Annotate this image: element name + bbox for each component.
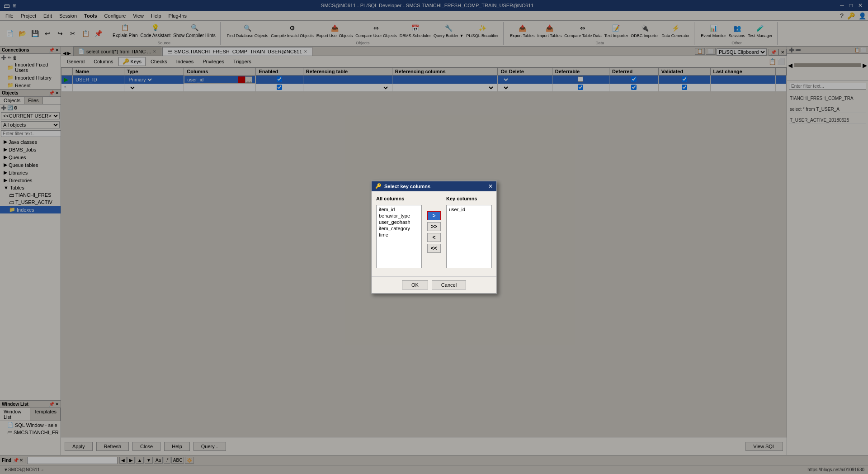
- key-columns-list[interactable]: user_id: [446, 205, 492, 268]
- list-item-item-category[interactable]: item_category: [377, 225, 420, 232]
- list-item-item-id[interactable]: item_id: [377, 206, 420, 213]
- key-columns-label: Key columns: [446, 196, 492, 201]
- modal-body: All columns item_id behavior_type user_g…: [372, 191, 496, 276]
- move-all-right-button[interactable]: >>: [427, 222, 441, 231]
- list-item-time[interactable]: time: [377, 232, 420, 238]
- modal-close-button[interactable]: ✕: [488, 183, 493, 190]
- modal-key-columns: Key columns user_id: [446, 196, 492, 268]
- modal-footer: OK Cancel: [372, 276, 496, 293]
- modal-arrow-buttons: > >> < <<: [425, 196, 443, 268]
- list-item-user-geohash[interactable]: user_geohash: [377, 219, 420, 225]
- modal-all-columns: All columns item_id behavior_type user_g…: [376, 196, 422, 268]
- move-all-left-button[interactable]: <<: [427, 244, 441, 253]
- modal-columns-row: All columns item_id behavior_type user_g…: [376, 196, 492, 268]
- modal-title-icon: 🔑: [375, 183, 382, 189]
- all-columns-label: All columns: [376, 196, 422, 201]
- list-item-behavior-type[interactable]: behavior_type: [377, 213, 420, 219]
- move-left-button[interactable]: <: [427, 233, 441, 242]
- modal-ok-button[interactable]: OK: [402, 280, 428, 289]
- move-right-button[interactable]: >: [427, 211, 441, 220]
- modal-title-bar: 🔑 Select key columns ✕: [372, 181, 496, 191]
- key-list-item-user-id[interactable]: user_id: [448, 206, 491, 213]
- modal-title-text: Select key columns: [384, 184, 430, 189]
- all-columns-list[interactable]: item_id behavior_type user_geohash item_…: [376, 205, 422, 268]
- modal-cancel-button[interactable]: Cancel: [432, 280, 466, 289]
- modal-overlay: 🔑 Select key columns ✕ All columns item_…: [0, 0, 868, 474]
- select-key-columns-modal: 🔑 Select key columns ✕ All columns item_…: [371, 180, 497, 294]
